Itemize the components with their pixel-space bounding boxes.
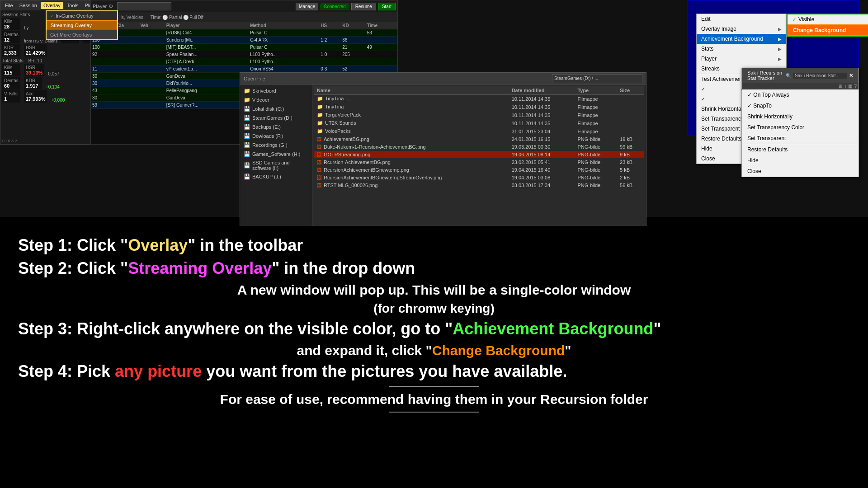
col-kd: KD [341, 22, 366, 29]
file-row[interactable]: 📁TinyTina_...10.11.2014 14:35Filmappe [314, 95, 644, 103]
extra-context-close[interactable]: ✕ [849, 73, 853, 79]
total-deaths-value: 60 [4, 83, 19, 89]
file-col-size[interactable]: Size [617, 86, 644, 95]
file-row[interactable]: 🖼RcursionAchievementBGnewtemp.png19.04.2… [314, 166, 644, 174]
full-radio[interactable]: ⚪ Full [183, 15, 197, 20]
col-cla: Cla [116, 22, 139, 29]
by-label: by [24, 25, 29, 30]
delta3: 0,057 [48, 71, 59, 76]
file-sidebar-item[interactable]: 💾Recordings (G:) [240, 141, 312, 150]
extra-close[interactable]: Close [742, 166, 859, 177]
deaths-value: 12 [4, 37, 19, 42]
extra-restore-defaults[interactable]: Restore Defaults [742, 144, 859, 155]
col-player: Player [165, 22, 249, 29]
ctx-stats[interactable]: Stats ▶ [697, 44, 786, 54]
extra-shrink-horiz[interactable]: Shrink Horizontally [742, 111, 859, 122]
achievement-submenu: ✓ Visible Change Background [787, 14, 868, 37]
menu-session[interactable]: Session [17, 2, 40, 9]
extra-context-title: Sak i Recursion Stat Tracker 🔍 Sak i Rec… [742, 68, 859, 83]
drive-icon: 💾 [244, 133, 250, 139]
file-sidebar-item[interactable]: 📁Videoer [240, 95, 312, 104]
drive-icon: 💾 [244, 142, 250, 148]
extra-set-trans-color[interactable]: Set Transparency Color [742, 122, 859, 133]
ctx-achievement-bg[interactable]: Achievement Background ▶ [697, 34, 786, 44]
table-row[interactable]: 11vPresidentEa...Orion VS540,352 [91, 66, 397, 73]
file-sidebar-item[interactable]: 📁Skrivebord [240, 86, 312, 95]
extra-set-transparent[interactable]: Set Transparent [742, 133, 859, 144]
overlay-get-more[interactable]: Get More Overlays [47, 30, 117, 39]
image-icon: 🖼 [317, 144, 322, 150]
total-kdr-value: 1,917 [26, 83, 40, 89]
table-row[interactable]: 92Spear Phalan...L100 Pytho...1,0205 [91, 51, 397, 58]
folder-icon: 📁 [317, 112, 323, 117]
extra-hide[interactable]: Hide [742, 155, 859, 166]
resume-btn[interactable]: Resume [351, 3, 376, 10]
image-icon: 🖼 [317, 175, 322, 180]
hsr-value: 21,429% [26, 50, 45, 56]
overlay-in-game[interactable]: ✓ In-Game Overlay [47, 11, 117, 20]
partial-radio[interactable]: ⚪ Partial [162, 15, 182, 20]
overlay-streaming[interactable]: Streaming Overlay [47, 20, 117, 30]
file-sidebar-item[interactable]: 💾SteamGames (D:) [240, 113, 312, 122]
v-kills-value: 1 [4, 96, 19, 102]
menu-file[interactable]: File [2, 2, 16, 9]
sidebar-item-label: SteamGames (D:) [252, 115, 292, 121]
table-row[interactable]: [CTS] A.DrediL100 Pytho... [91, 58, 397, 66]
file-row[interactable]: 🖼GOTRStreaming.png19.06.2015 08:14PNG-bi… [314, 151, 644, 159]
file-col-date[interactable]: Date modified [509, 86, 575, 95]
total-hsr-label: HSR [26, 65, 42, 70]
table-row[interactable]: 100Sunderer[Mi..C-4 ARX1,236 [91, 37, 397, 44]
file-col-name[interactable]: Name [314, 86, 509, 95]
file-row[interactable]: 📁TorguVoicePack10.11.2014 14:35Filmappe [314, 111, 644, 119]
menu-tools[interactable]: Tools [64, 2, 81, 9]
divider-top [389, 386, 479, 387]
file-row[interactable]: 🖼RTST MLG_000026.png03.03.2015 17:34PNG-… [314, 182, 644, 189]
file-sidebar-item[interactable]: 💾SSD Games and software (I:) [240, 159, 312, 172]
hsr-label: HSR [26, 45, 45, 50]
ctx-overlay-image[interactable]: Overlay Image ▶ [697, 24, 786, 34]
game-panel-top: Player ⚙ Manage Connected Resume Start [91, 0, 397, 12]
file-row[interactable]: 🖼Duke-Nukem-1-Rcursion-AchievementBG.png… [314, 143, 644, 151]
file-main: Name Date modified Type Size 📁TinyTina_.… [312, 84, 646, 233]
table-row[interactable]: [RUSK] Cal4Pulsar C53 [91, 29, 397, 37]
kdr-label: KDR [4, 45, 19, 50]
table-row[interactable]: 100[MIT] BEAST...Pulsar C2149 [91, 44, 397, 51]
achievement-visible[interactable]: ✓ Visible [788, 14, 868, 24]
file-sidebar-item[interactable]: 💾Games_Software (H:) [240, 150, 312, 159]
manage-btn[interactable]: Manage [296, 3, 318, 10]
folder-icon: 📁 [244, 97, 250, 103]
file-sidebar-item[interactable]: 💾Lokal disk (C:) [240, 104, 312, 113]
extra-snapto[interactable]: ✓ SnapTo [742, 100, 859, 111]
file-row[interactable]: 🖼RcursionAchievementBGnewtempStreamOverl… [314, 174, 644, 182]
col-veh: Veh [139, 22, 165, 29]
start-btn[interactable]: Start [378, 3, 396, 10]
ctx-player[interactable]: Player ▶ [697, 54, 786, 64]
sidebar-item-label: Recordings (G:) [252, 142, 288, 148]
change-background-btn[interactable]: Change Background [788, 24, 868, 36]
file-row[interactable]: 📁VoicePacks31.01.2015 23:04Filmappe [314, 127, 644, 136]
file-sidebar-item[interactable]: 💾Backups (E:) [240, 122, 312, 131]
tracker-footer: 0.10.3.2 [2, 139, 17, 143]
ctx-edit[interactable]: Edit [697, 14, 786, 24]
file-sidebar-item[interactable]: 💾Dowloads (F:) [240, 131, 312, 141]
col-hs: HS [319, 22, 341, 29]
sidebar-item-label: Skrivebord [252, 88, 276, 94]
folder-icon: 📁 [317, 104, 323, 109]
dif-label: Dif [198, 15, 203, 20]
kdr-value: 2,333 [4, 50, 19, 56]
drive-icon: 💾 [244, 174, 250, 180]
file-row[interactable]: 🖼AchievementBG.png24.01.2015 16:15PNG-bi… [314, 136, 644, 143]
file-row[interactable]: 🖼Rcursion-AchievementBG.png23.02.2015 05… [314, 159, 644, 166]
menu-overlay[interactable]: Overlay [41, 2, 63, 9]
screenshots-area: File Session Overlay Tools Plugins Help … [0, 0, 868, 217]
file-col-type[interactable]: Type [575, 86, 617, 95]
sidebar-item-label: Videoer [252, 97, 269, 103]
file-row[interactable]: 📁TinyTina10.11.2014 14:35Filmappe [314, 103, 644, 111]
file-sidebar-item[interactable]: 💾BACKUP (J:) [240, 172, 312, 181]
extra-always-on-top[interactable]: ✓ On Top Always [742, 89, 859, 100]
connected-badge: Connected [320, 3, 349, 10]
file-row[interactable]: 📁UT2K Sounds10.11.2014 14:35Filmappe [314, 119, 644, 127]
sidebar-item-label: Dowloads (F:) [252, 133, 283, 139]
extra-toolbar-icon3: ▦ [848, 84, 852, 89]
col-method: Method [249, 22, 319, 29]
